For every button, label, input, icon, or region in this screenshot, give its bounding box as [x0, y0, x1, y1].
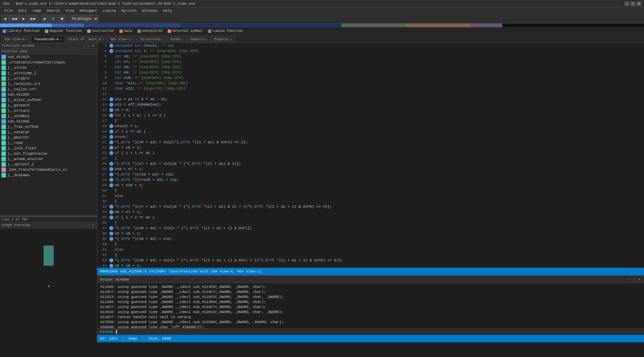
code-line[interactable]: 5 int v6; // [esp+DCh] [ebp-2Ch] [97, 54, 644, 59]
maximize-button[interactable]: □ [631, 1, 635, 6]
code-line[interactable]: 30 } [97, 188, 644, 193]
tab-hex-view-1[interactable]: Hex View-1✕ [107, 36, 137, 43]
code-line[interactable]: 23 if ( i + 1 >= a2 ) [97, 150, 644, 156]
menu-item-help[interactable]: Help [160, 8, 174, 13]
output-restore-btn[interactable]: □ [633, 277, 636, 281]
debugger-select[interactable]: No debugger [69, 15, 99, 22]
minimize-button[interactable]: ─ [625, 1, 629, 6]
function-item[interactable]: jj__recalloc_crt [0, 81, 97, 87]
function-item[interactable]: jj__setargv [0, 130, 97, 135]
code-line[interactable]: 14 v11 = off_436000[a4]; [97, 102, 644, 107]
tab-close[interactable]: ✕ [182, 38, 183, 41]
tab-imports[interactable]: Imports✕ [187, 36, 211, 43]
function-item[interactable]: jj__alloc_osfhnd [0, 97, 97, 103]
code-line[interactable]: 11 char v12; // [esp+F7h] [ebp-11h] [97, 86, 644, 91]
code-line[interactable]: 22 v7 = v6 + 1; [97, 145, 644, 150]
tab-structures[interactable]: Structures✕ [138, 36, 167, 43]
tab-close[interactable]: ✕ [132, 38, 133, 41]
toolbar-btn-3[interactable]: ▶ [20, 15, 28, 22]
code-line[interactable]: 42 { [97, 252, 644, 258]
function-item[interactable]: jj__strchr [0, 65, 97, 70]
code-line[interactable]: 6 int v7; // [esp+DCh] [ebp-2Ch] [97, 59, 644, 64]
menu-item-windows[interactable]: Windows [140, 8, 160, 13]
menu-item-options[interactable]: Options [119, 8, 140, 13]
code-line[interactable]: 28 *(_BYTE *)(++v10 + a3) = v12; [97, 177, 644, 183]
code-line[interactable]: 37 *(_BYTE *)(v8 + a3) = v11[4 * (*(_BYT… [97, 225, 644, 231]
tab-ida-view-a[interactable]: IDA View-A✕ [1, 36, 31, 43]
function-item[interactable]: jj__strcats [0, 108, 97, 113]
graph-minimize-btn[interactable]: ─ [83, 223, 86, 227]
function-item[interactable]: jj__setmbcp [0, 113, 97, 119]
function-item[interactable]: Ssub_411055 [0, 92, 97, 97]
tab-stack-of--main-0[interactable]: Stack of _main_0✕ [65, 36, 107, 43]
function-item[interactable]: jj__dospawn [0, 172, 97, 178]
output-minimize-btn[interactable]: ─ [628, 277, 631, 281]
code-line[interactable]: 15 v6 = 0; [97, 107, 644, 113]
code-line[interactable]: 13 v12 = a4 != 0 ? 46 : 61; [97, 97, 644, 102]
menu-item-view[interactable]: View [63, 8, 77, 13]
function-item[interactable]: jj__getpath [0, 103, 97, 108]
code-line[interactable]: 26 v10 = v7 + 1; [97, 166, 644, 172]
function-item[interactable]: Ssub_411023 [0, 54, 97, 60]
code-line[interactable]: 18 result = i; [97, 123, 644, 129]
function-item[interactable]: jj__strpbrk [0, 76, 97, 81]
tab-close[interactable]: ✕ [102, 38, 104, 41]
code-line[interactable]: 24 { [97, 156, 644, 161]
function-item[interactable]: jj__calloc_crt [0, 87, 97, 92]
code-area[interactable]: 3unsigned int result; // eax4unsigned in… [97, 43, 644, 268]
function-item[interactable]: jj__free_osfhnd [0, 124, 97, 130]
function-item[interactable]: __EH4_TransferToHandler(x,x) [0, 167, 97, 172]
code-line[interactable]: 16 for ( i = 0; ; i += 3 ) [97, 113, 644, 118]
tab-close[interactable]: ✕ [230, 38, 231, 41]
code-line[interactable]: 32 { [97, 199, 644, 204]
function-item[interactable]: jj__lock_file2 [0, 146, 97, 151]
output-close-btn[interactable]: ✕ [637, 277, 641, 281]
close-button[interactable]: ✕ [637, 1, 641, 6]
function-item[interactable]: jj__vprintf_l [0, 162, 97, 167]
code-line[interactable]: 43 *(_BYTE *)(v8 + a3) = v11[4 * (*(_BYT… [97, 258, 644, 263]
code-line[interactable]: 19 if ( i >= a2 ) [97, 129, 644, 134]
code-line[interactable]: 21 *(_BYTE *)(v6 + a3) = v11[(*(_BYTE *)… [97, 140, 644, 145]
function-item[interactable]: j_crtGetEnvironmentStringsA [0, 60, 97, 65]
toolbar-btn-1[interactable]: ◀ [1, 15, 9, 22]
code-line[interactable]: 25 *(_BYTE *)(v7 + a3) = v11[16 * (*(_BY… [97, 161, 644, 166]
code-line[interactable]: 3unsigned int result; // eax [97, 43, 644, 48]
code-line[interactable]: 29 v6 = v10 + 1; [97, 183, 644, 188]
function-item[interactable]: jj__wtomb_environ [0, 156, 97, 162]
toolbar-btn-4[interactable]: ▶▶ [28, 15, 38, 22]
functions-restore-btn[interactable]: □ [87, 44, 90, 48]
menu-item-debugger[interactable]: Debugger [77, 8, 100, 13]
code-line[interactable]: 8 int v9; // [esp+DCh] [ebp-2Ch] [97, 70, 644, 75]
graph-close-btn[interactable]: ✕ [91, 223, 95, 227]
code-line[interactable]: 35 if ( i + 2 >= a2 ) [97, 215, 644, 220]
toolbar-pause[interactable]: ⏸ [49, 15, 57, 22]
output-content[interactable]: 411369: using guessed type _DWORD __cdec… [97, 283, 644, 328]
function-item[interactable]: jj__read [0, 140, 97, 146]
code-line[interactable]: 36 { [97, 220, 644, 225]
function-item[interactable]: Ssub_41106E [0, 119, 97, 124]
code-line[interactable]: 27 *(_BYTE *)(v10 + a3) = v12; [97, 172, 644, 177]
code-line[interactable]: 38 v9 = v8 + 1; [97, 231, 644, 236]
toolbar-btn-2[interactable]: ◀◀ [9, 15, 19, 22]
function-item[interactable]: jj__mbsrchr [0, 135, 97, 140]
tab-exports[interactable]: Exports✕ [211, 36, 234, 43]
functions-minimize-btn[interactable]: ─ [83, 44, 86, 48]
code-line[interactable]: 12 [97, 91, 644, 97]
function-item[interactable]: jj__set_flsgetvalue [0, 151, 97, 156]
menu-item-edit[interactable]: Edit [15, 8, 30, 13]
code-line[interactable]: 44 v9 = v8 + 1; [97, 263, 644, 268]
tab-close[interactable]: ✕ [162, 38, 164, 41]
code-line[interactable]: 39 *(_BYTE *)(v9 + a3) = v12; [97, 236, 644, 242]
function-item[interactable]: jj__strnicmp_l [0, 70, 97, 76]
code-line[interactable]: 40 } [97, 242, 644, 247]
graph-restore-btn[interactable]: □ [87, 223, 90, 227]
code-line[interactable]: 4unsigned int i; // [esp+D0h] [ebp-38h] [97, 48, 644, 54]
code-line[interactable]: 17 { [97, 118, 644, 123]
tab-close[interactable]: ✕ [206, 38, 208, 41]
tab-close[interactable]: ✕ [60, 38, 61, 41]
menu-item-file[interactable]: File [1, 8, 15, 13]
tab-close[interactable]: ✕ [26, 38, 28, 41]
code-line[interactable]: 41 else [97, 247, 644, 252]
code-line[interactable]: 20 break; [97, 134, 644, 140]
menu-item-search[interactable]: Search [44, 8, 63, 13]
